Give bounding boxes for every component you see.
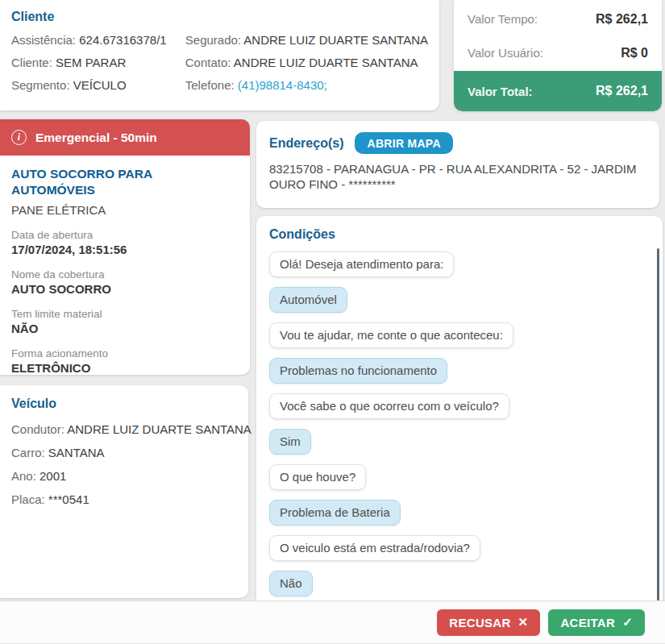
cliente-fields: Assistência: 624.67316378/1 Cliente: SEM… xyxy=(11,33,428,92)
chat-bubble: O que houve? xyxy=(269,464,366,490)
valores-rows: Valor Tempo: R$ 262,1 Valor Usuário: R$ … xyxy=(454,4,662,68)
chat-bubble: Não xyxy=(269,571,313,596)
field-row: Placa: ***0541 xyxy=(11,492,237,506)
valor-row: Valor Usuário: R$ 0 xyxy=(454,38,662,68)
field-label: Carro: xyxy=(11,446,48,459)
field-row: Segurado: ANDRE LUIZ DUARTE SANTANA xyxy=(185,33,428,47)
field-label: Condutor: xyxy=(11,422,67,436)
servico-field-value: NÃO xyxy=(11,322,239,335)
field-value: ANDRE LUIZ DUARTE SANTANA xyxy=(234,56,418,69)
field-row: Segmento: VEÍCULO xyxy=(11,78,185,92)
field-label: Ano: xyxy=(11,469,39,483)
servico-field: Tem limite material NÃO xyxy=(11,308,239,335)
valor-label: Valor Usuário: xyxy=(468,46,543,60)
chat-bubble: Vou te ajudar, me conte o que aconteceu: xyxy=(269,322,513,348)
servico-field-value: ELETRÔNICO xyxy=(11,361,239,375)
valor-total-bar: Valor Total: R$ 262,1 xyxy=(454,71,662,111)
field-label: Assistência: xyxy=(11,33,79,47)
servico-field-label: Tem limite material xyxy=(11,308,239,320)
field-value: ***0541 xyxy=(48,492,89,506)
servico-field: Nome da cobertura AUTO SOCORRO xyxy=(11,268,239,296)
emergencial-banner: i Emergencial - 50min xyxy=(0,119,250,156)
servico-title: AUTO SOCORRO PARA AUTOMÓVEIS xyxy=(11,166,239,198)
valor-value: R$ 262,1 xyxy=(596,12,648,27)
check-icon: ✓ xyxy=(622,615,633,629)
info-icon: i xyxy=(11,130,27,145)
field-value: VEÍCULO xyxy=(73,78,127,92)
field-row: Carro: SANTANA xyxy=(11,446,237,459)
valores-card: Valor Tempo: R$ 262,1 Valor Usuário: R$ … xyxy=(454,0,662,111)
chat-bubble: Problemas no funcionamento xyxy=(269,358,447,384)
valor-row: Valor Tempo: R$ 262,1 xyxy=(454,4,662,34)
aceitar-button[interactable]: ACEITAR ✓ xyxy=(548,609,645,636)
recusar-label: RECUSAR xyxy=(449,616,510,629)
cliente-fields-right: Segurado: ANDRE LUIZ DUARTE SANTANA Cont… xyxy=(185,33,428,92)
field-row: Condutor: ANDRE LUIZ DUARTE SANTANA xyxy=(11,422,237,436)
servico-field: Data de abertura 17/07/2024, 18:51:56 xyxy=(11,229,239,256)
field-value: 2001 xyxy=(39,469,66,483)
valor-value: R$ 0 xyxy=(621,46,648,60)
field-label: Contato: xyxy=(185,56,234,69)
chat-bubble: Olá! Deseja atendimento para: xyxy=(269,251,454,277)
aceitar-label: ACEITAR xyxy=(560,616,615,629)
servico-fields: Data de abertura 17/07/2024, 18:51:56 No… xyxy=(11,229,239,375)
chat-scrollbar[interactable] xyxy=(657,248,659,600)
field-label: Placa: xyxy=(11,492,48,506)
valor-total-label: Valor Total: xyxy=(468,85,533,98)
servico-subtitle: PANE ELÉTRICA xyxy=(11,203,239,217)
recusar-button[interactable]: RECUSAR ✕ xyxy=(437,609,540,636)
field-label: Segmento: xyxy=(11,78,73,92)
valor-total-value: R$ 262,1 xyxy=(596,84,648,98)
field-value: (41)98814-8430; xyxy=(238,78,327,92)
valor-label: Valor Tempo: xyxy=(468,12,538,26)
servico-card: i Emergencial - 50min AUTO SOCORRO PARA … xyxy=(0,119,250,375)
field-value: SANTANA xyxy=(48,446,105,459)
veiculo-fields: Condutor: ANDRE LUIZ DUARTE SANTANA Carr… xyxy=(11,422,237,506)
field-row: Cliente: SEM PARAR xyxy=(11,56,185,69)
veiculo-card: Veículo Condutor: ANDRE LUIZ DUARTE SANT… xyxy=(0,385,248,598)
servico-field-label: Data de abertura xyxy=(11,229,239,241)
field-value: SEM PARAR xyxy=(56,56,126,69)
field-value: 624.67316378/1 xyxy=(79,33,166,47)
chat-bubble: Problema de Bateria xyxy=(269,500,401,526)
endereco-address: 83215708 - PARANAGUA - PR - RUA ALEXANDR… xyxy=(269,161,640,192)
veiculo-title: Veículo xyxy=(11,397,237,411)
field-label: Telefone: xyxy=(185,78,238,92)
field-row: Telefone: (41)98814-8430; xyxy=(185,78,428,92)
close-icon: ✕ xyxy=(518,615,529,629)
servico-field-label: Forma acionamento xyxy=(11,347,239,359)
field-label: Segurado: xyxy=(185,33,244,47)
servico-field-label: Nome da cobertura xyxy=(11,268,239,280)
chat-bubble: Automóvel xyxy=(269,287,347,313)
servico-body: AUTO SOCORRO PARA AUTOMÓVEIS PANE ELÉTRI… xyxy=(0,156,250,385)
cliente-card: Cliente Assistência: 624.67316378/1 Clie… xyxy=(0,0,439,110)
field-value: ANDRE LUIZ DUARTE SANTANA xyxy=(243,33,428,47)
chat-bubble: Você sabe o que ocorreu com o veículo? xyxy=(269,393,509,419)
servico-field: Forma acionamento ELETRÔNICO xyxy=(11,347,239,375)
cliente-fields-left: Assistência: 624.67316378/1 Cliente: SEM… xyxy=(11,33,185,92)
cliente-title: Cliente xyxy=(11,10,428,24)
servico-field-value: 17/07/2024, 18:51:56 xyxy=(11,243,239,256)
emergencial-banner-label: Emergencial - 50min xyxy=(35,131,157,145)
field-row: Assistência: 624.67316378/1 xyxy=(11,33,185,47)
chat-bubble: O veiculo está em estrada/rodovia? xyxy=(269,535,480,561)
chat-bubble: Sim xyxy=(269,429,311,455)
abrir-mapa-button[interactable]: ABRIR MAPA xyxy=(355,132,452,154)
chat-log: Olá! Deseja atendimento para: Automóvel … xyxy=(269,251,650,596)
condicoes-title: Condições xyxy=(269,227,650,242)
servico-field-value: AUTO SOCORRO xyxy=(11,282,239,296)
endereco-card: Endereço(s) ABRIR MAPA 83215708 - PARANA… xyxy=(256,121,659,208)
field-row: Ano: 2001 xyxy=(11,469,237,483)
endereco-title: Endereço(s) xyxy=(269,136,343,151)
field-row: Contato: ANDRE LUIZ DUARTE SANTANA xyxy=(185,56,428,69)
condicoes-card: Condições Olá! Deseja atendimento para: … xyxy=(256,216,663,600)
endereco-header: Endereço(s) ABRIR MAPA xyxy=(269,132,646,154)
field-value: ANDRE LUIZ DUARTE SANTANA xyxy=(67,422,251,436)
field-label: Cliente: xyxy=(11,56,56,69)
footer-actions: RECUSAR ✕ ACEITAR ✓ xyxy=(0,600,665,644)
